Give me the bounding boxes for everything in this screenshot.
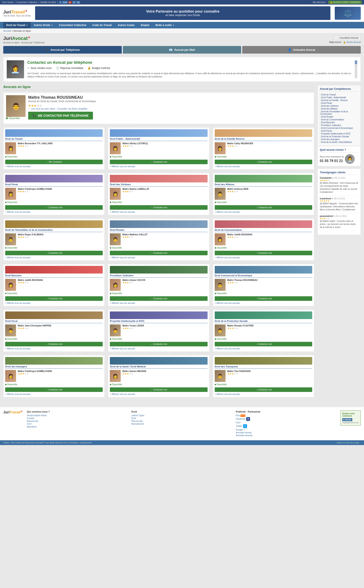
top-bar-link-modele[interactable]: Modèle de lettre bbox=[40, 1, 56, 3]
competence-fiscal[interactable]: Droit Fiscal bbox=[320, 129, 358, 132]
contact-lawyer-button[interactable]: → Contactez-moi bbox=[5, 251, 103, 255]
footer-link-service[interactable]: Service Après-Vente bbox=[27, 414, 127, 417]
top-bar-link-droit-social[interactable]: Droit Social bbox=[2, 1, 13, 3]
footer-link-facebook[interactable]: Facebook bbox=[236, 418, 245, 420]
show-all-link[interactable]: Afficher tous les avocats bbox=[110, 393, 207, 395]
show-all-link[interactable]: Afficher tous les avocats bbox=[5, 211, 103, 213]
back-to-top-link[interactable]: Retour en haut de la page ↑ bbox=[337, 441, 361, 444]
nav-emploi[interactable]: Emploi bbox=[138, 22, 153, 28]
footer-link-cgv[interactable]: CGV bbox=[27, 423, 127, 425]
competence-commercial[interactable]: Droit Commercial et Économique bbox=[320, 127, 358, 129]
linkedin-icon[interactable]: in bbox=[72, 1, 76, 4]
twitter-footer-icon[interactable]: t bbox=[243, 424, 247, 428]
show-all-link[interactable]: Afficher tous les avocats bbox=[215, 347, 312, 350]
competence-consommateur[interactable]: Droit du Consommateur bbox=[320, 118, 358, 121]
view-profile-link[interactable]: Consulter ma fiche complète bbox=[57, 107, 87, 110]
tab-annuaire[interactable]: 👤 Annuaire Avocat bbox=[242, 46, 361, 53]
footer-link-flux[interactable]: Flux RSS bbox=[236, 414, 336, 417]
show-all-link[interactable]: Afficher tous les avocats bbox=[5, 256, 103, 259]
contact-lawyer-button[interactable]: → Contactez-moi bbox=[110, 342, 207, 346]
contact-by-phone-button[interactable]: 📞 ME CONTACTER PAR TÉLÉPHONE bbox=[28, 112, 93, 120]
scroll-down-button[interactable]: ▼ bbox=[355, 62, 357, 64]
nav-boite-outils[interactable]: Boîte à outils ▼ bbox=[153, 22, 177, 28]
site-logo[interactable]: JuriTravail.fr bbox=[3, 10, 31, 14]
contact-lawyer-button[interactable]: → Contactez-moi bbox=[110, 387, 207, 392]
facebook-icon[interactable]: f bbox=[59, 1, 62, 4]
show-all-link[interactable]: Afficher tous les avocats bbox=[110, 165, 207, 168]
competence-famille[interactable]: Droit de la Famille · Divorce bbox=[320, 99, 358, 102]
competence-affaires[interactable]: Droit des Affaires bbox=[320, 107, 358, 110]
facebook-footer-icon[interactable]: f bbox=[246, 417, 250, 421]
show-all-link[interactable]: Afficher tous les avocats bbox=[215, 211, 312, 213]
contact-lawyer-button[interactable]: → Contactez-moi bbox=[5, 342, 103, 346]
choose-lawyer-phone[interactable]: 01 55 79 01 21 bbox=[320, 159, 344, 163]
contact-lawyer-button[interactable]: → Contactez-moi bbox=[110, 160, 207, 164]
contact-lawyer-button[interactable]: → Contactez-moi bbox=[215, 296, 312, 301]
view-reviews-link[interactable]: → voir tous les avis client bbox=[28, 107, 55, 110]
contact-lawyer-button[interactable]: → Contactez-moi bbox=[215, 160, 312, 164]
competence-procedure[interactable]: Procédure Judiciaire bbox=[320, 124, 358, 127]
nav-code-travail[interactable]: Code du Travail bbox=[89, 22, 115, 28]
competence-immobilier[interactable]: Droit de l'Immobilier et de la Construct… bbox=[320, 110, 358, 115]
show-all-link[interactable]: Afficher tous les avocats bbox=[5, 393, 103, 395]
footer-link-bannieres[interactable]: Bannières bbox=[27, 426, 127, 428]
top-bar-link-convention[interactable]: Convention Collective bbox=[16, 1, 38, 3]
rss-icon[interactable]: RSS bbox=[62, 1, 68, 4]
contact-lawyer-button[interactable]: → Contactez-moi bbox=[5, 205, 103, 210]
tab-telephone[interactable]: 📞 Avocat par Téléphone bbox=[3, 46, 122, 53]
contact-lawyer-button[interactable]: → Contactez-moi bbox=[110, 205, 207, 210]
competence-victimes[interactable]: Droit des Victimes bbox=[320, 105, 358, 107]
footer-link-twitter[interactable]: Twitter bbox=[236, 425, 242, 427]
scroll-up-button[interactable]: ▲ bbox=[355, 61, 357, 62]
contact-lawyer-button[interactable]: → Contactez-moi bbox=[5, 296, 103, 301]
access-avocat-link[interactable]: 🔒 Accès Avocat bbox=[343, 41, 361, 43]
show-all-link[interactable]: Afficher tous les avocats bbox=[215, 302, 312, 304]
nav-autres-codes[interactable]: Autres Codes bbox=[115, 22, 138, 28]
competence-routier[interactable]: Droit Routier bbox=[320, 115, 358, 118]
nav-convention[interactable]: Convention Collective bbox=[56, 22, 89, 28]
contact-lawyer-button[interactable]: → Contactez-moi bbox=[110, 296, 207, 301]
footer-link-annuaire-avocat[interactable]: Annuaire avocat bbox=[236, 431, 336, 434]
footer-link-ressources[interactable]: Ressources bbox=[27, 420, 127, 422]
show-all-link[interactable]: Afficher tous les avocats bbox=[5, 165, 103, 168]
show-all-link[interactable]: Afficher tous les avocats bbox=[215, 393, 312, 395]
show-all-link[interactable]: Afficher tous les avocats bbox=[110, 302, 207, 304]
contact-lawyer-button[interactable]: → Contactez-moi bbox=[5, 387, 103, 392]
nav-autres-droits[interactable]: Autres Droits ▼ bbox=[31, 22, 56, 28]
tab-mail[interactable]: 📧 Avocat par Mail bbox=[123, 46, 241, 53]
contact-lawyer-button[interactable]: → Contactez-moi bbox=[215, 387, 312, 392]
breadcrumb-home[interactable]: Accueil bbox=[3, 29, 11, 32]
competence-penal[interactable]: Droit Pénal bbox=[320, 102, 358, 105]
show-all-link[interactable]: Afficher tous les avocats bbox=[215, 165, 312, 168]
inscription-avocat-button[interactable]: → Inscription Avocat bbox=[334, 36, 361, 40]
competence-bancaire[interactable]: Droit Bancaire bbox=[320, 121, 358, 124]
footer-link-plan[interactable]: Plan du site bbox=[131, 420, 231, 422]
footer-link-contact[interactable]: Contact bbox=[27, 417, 127, 420]
competence-droit-public[interactable]: Droit Public / Administratif bbox=[320, 96, 358, 99]
show-all-link[interactable]: Afficher tous les avocats bbox=[5, 347, 103, 350]
show-all-link[interactable]: Afficher tous les avocats bbox=[110, 211, 207, 213]
contact-lawyer-button[interactable]: → Contactez-moi bbox=[215, 342, 312, 346]
contact-lawyer-button[interactable]: → Contactez-moi bbox=[215, 251, 312, 255]
competence-sante[interactable]: Droit de la Santé / Droit Médical bbox=[320, 141, 358, 144]
footer-link-cgv2[interactable]: CGV bbox=[236, 421, 336, 424]
nav-droit-travail[interactable]: Droit du Travail ▼ bbox=[3, 22, 31, 28]
contact-lawyer-button[interactable]: → Contactez-moi bbox=[215, 205, 312, 210]
competence-ntic[interactable]: Propriété Intellectuelle et NTIC bbox=[320, 132, 358, 135]
footer-link-google[interactable]: Google + bbox=[236, 428, 336, 431]
footer-link-recrutement[interactable]: Recrutement bbox=[131, 423, 231, 425]
contact-lawyer-button[interactable]: → Me Contacter bbox=[5, 160, 103, 164]
show-all-link[interactable]: Afficher tous les avocats bbox=[5, 302, 103, 304]
footer-link-annuaire-avocats[interactable]: Annuaire avocats bbox=[236, 434, 336, 437]
youtube-icon[interactable]: ▶ bbox=[68, 1, 72, 4]
show-all-link[interactable]: Afficher tous les avocats bbox=[110, 347, 207, 350]
show-all-link[interactable]: Afficher tous les avocats bbox=[215, 256, 312, 259]
member-access-button[interactable]: 🔒 ACCÈS CLIENT / MEMBRE bbox=[328, 1, 362, 4]
footer-link-lettres[interactable]: Lettres Types bbox=[131, 414, 231, 417]
competence-droit-travail[interactable]: Droit du Travail bbox=[320, 93, 358, 96]
footer-link-droit[interactable]: Droit bbox=[131, 417, 231, 420]
competence-etrangers[interactable]: Droit des étrangers bbox=[320, 138, 358, 141]
contact-lawyer-button[interactable]: → Contactez-moi bbox=[110, 251, 207, 255]
competence-protection[interactable]: Droit de la Protection Sociale bbox=[320, 135, 358, 138]
show-all-link[interactable]: Afficher tous les avocats bbox=[110, 256, 207, 259]
